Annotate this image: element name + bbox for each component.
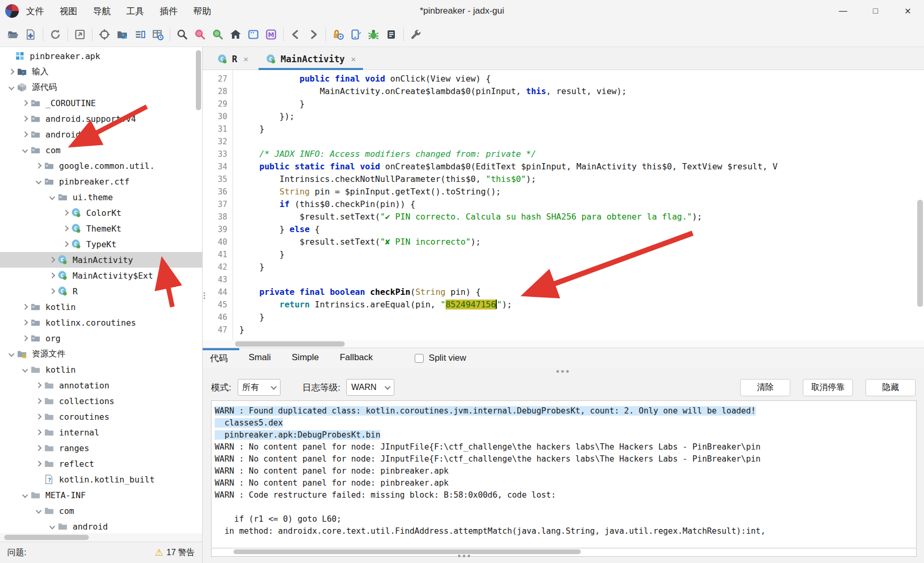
tree-item-kotlin.kotlin_built[interactable]: ?kotlin.kotlin_built [0,472,202,487]
tab-close-icon[interactable]: ✕ [243,54,248,64]
chevron-down-icon[interactable] [6,85,17,89]
tree-item-org[interactable]: org [0,330,202,346]
tree-item-源代码[interactable]: 源代码 [0,79,202,95]
flatten-packages-icon[interactable] [131,26,149,43]
packages-icon[interactable] [113,26,131,43]
hide-button[interactable]: 隐藏 [865,379,916,396]
editor-tab-MainActivity[interactable]: cMainActivity✕ [259,49,363,70]
preferences-icon[interactable] [407,26,425,43]
chevron-right-icon[interactable] [33,430,44,434]
chevron-down-icon[interactable] [20,493,30,497]
mode-select[interactable]: 所有 [238,379,280,396]
tree-item-ThemeKt[interactable]: cThemeKt [0,221,202,236]
log-panel-drag-handle[interactable]: ••• [203,368,924,375]
tree-item-kotlinx.coroutines[interactable]: kotlinx.coroutines [0,315,202,330]
chevron-right-icon[interactable] [61,242,71,246]
undock-button[interactable]: 取消停靠 [803,379,853,396]
log-level-select[interactable]: WARN [346,379,394,396]
chevron-right-icon[interactable] [33,399,44,403]
debug-icon[interactable] [365,26,382,43]
export-icon[interactable] [71,26,89,43]
chevron-right-icon[interactable] [61,226,71,231]
device-icon[interactable] [347,26,365,43]
tree-item-ColorKt[interactable]: cColorKt [0,205,202,221]
tree-vertical-scrollbar[interactable] [196,49,201,530]
tree-item-ranges[interactable]: ranges [0,440,202,456]
minimize-button[interactable]: — [827,0,859,22]
editor-vertical-scrollbar[interactable] [917,70,923,340]
tab-close-icon[interactable]: ✕ [351,54,356,64]
chevron-right-icon[interactable] [20,117,30,121]
m-badge-icon[interactable]: M [262,26,280,43]
tree-item-annotation[interactable]: annotation [0,377,202,393]
chevron-down-icon[interactable] [6,352,17,356]
bottom-drag-handle[interactable]: ••• [458,551,472,562]
panel-splitter-handle[interactable]: ••• [203,292,205,300]
table-clock-icon[interactable] [149,26,167,43]
tree-item-_COROUTINE[interactable]: _COROUTINE [0,95,202,111]
tree-item-ui.theme[interactable]: ui.theme [0,189,202,205]
editor-tab-R[interactable]: cR✕ [210,49,255,70]
chevron-right-icon[interactable] [20,305,30,309]
chevron-down-icon[interactable] [47,195,57,199]
menu-4[interactable]: 工具 [126,5,144,17]
chevron-down-icon[interactable] [20,367,30,372]
chevron-right-icon[interactable] [20,101,30,105]
tree-item-android.support.v4[interactable]: android.support.v4 [0,111,202,127]
tree-item-资源文件[interactable]: 资源文件 [0,346,202,362]
close-button[interactable]: ✕ [892,0,924,22]
chevron-right-icon[interactable] [33,164,44,168]
view-tab-Simple[interactable]: Simple [292,352,319,364]
tree-item-google.common.util.[interactable]: google.common.util. [0,158,202,174]
code-editor[interactable]: 2728293031323334353637383940414243444546… [203,70,924,340]
search-class-icon[interactable] [209,26,227,43]
tree-item-coroutines[interactable]: coroutines [0,409,202,424]
chevron-right-icon[interactable] [6,70,17,74]
tree-item-android[interactable]: android [0,519,202,533]
forward-arrow-icon[interactable] [305,26,322,43]
chevron-right-icon[interactable] [33,462,44,466]
tree-item-pinbreaker.apk[interactable]: pinbreaker.apk [0,48,202,64]
tree-item-pinbreaker.ctf[interactable]: pinbreaker.ctf [0,174,202,189]
chevron-right-icon[interactable] [33,383,44,387]
menu-5[interactable]: 插件 [160,5,178,17]
tree-item-kotlin[interactable]: kotlin [0,299,202,315]
chevron-right-icon[interactable] [61,211,71,215]
tree-item-kotlin[interactable]: kotlin [0,362,202,377]
log-horizontal-scrollbar[interactable] [211,548,917,557]
tree-horizontal-scrollbar[interactable] [0,533,202,542]
view-tab-Smali[interactable]: Smali [249,352,271,364]
back-arrow-icon[interactable] [287,26,305,43]
add-file-icon[interactable] [22,26,40,43]
tree-item-collections[interactable]: collections [0,393,202,409]
view-tab-Fallback[interactable]: Fallback [340,352,372,364]
search-comment-icon[interactable] [191,26,209,43]
chevron-right-icon[interactable] [33,415,44,419]
chevron-right-icon[interactable] [47,273,57,278]
refresh-icon[interactable] [46,26,64,43]
view-tab-代码[interactable]: 代码 [210,352,228,364]
deobfuscation-icon[interactable] [329,26,347,43]
tree-item-reflect[interactable]: reflect [0,456,202,472]
tree-item-androidx[interactable]: androidx [0,127,202,142]
open-folder-icon[interactable] [4,26,22,43]
tree-item-TypeKt[interactable]: cTypeKt [0,236,202,252]
chevron-right-icon[interactable] [33,446,44,450]
tree-item-MainActivity-Ext[interactable]: cMainActivity$Ext [0,268,202,283]
chevron-right-icon[interactable] [47,258,57,262]
maximize-button[interactable]: □ [859,0,892,22]
chevron-right-icon[interactable] [47,289,57,293]
tree-item-internal[interactable]: internal [0,424,202,440]
log-viewer-icon[interactable] [382,26,400,43]
search-text-icon[interactable] [173,26,191,43]
chevron-down-icon[interactable] [33,179,44,183]
clear-button[interactable]: 清除 [740,379,790,396]
menu-2[interactable]: 视图 [60,5,77,17]
tree-item-com[interactable]: com [0,503,202,519]
chevron-down-icon[interactable] [33,509,44,513]
chevron-down-icon[interactable] [20,148,30,152]
chevron-right-icon[interactable] [20,320,30,325]
chevron-down-icon[interactable] [47,524,57,528]
log-output[interactable]: WARN : Found duplicated class: kotlin.co… [211,400,917,548]
tree-item-输入[interactable]: 输入 [0,64,202,79]
